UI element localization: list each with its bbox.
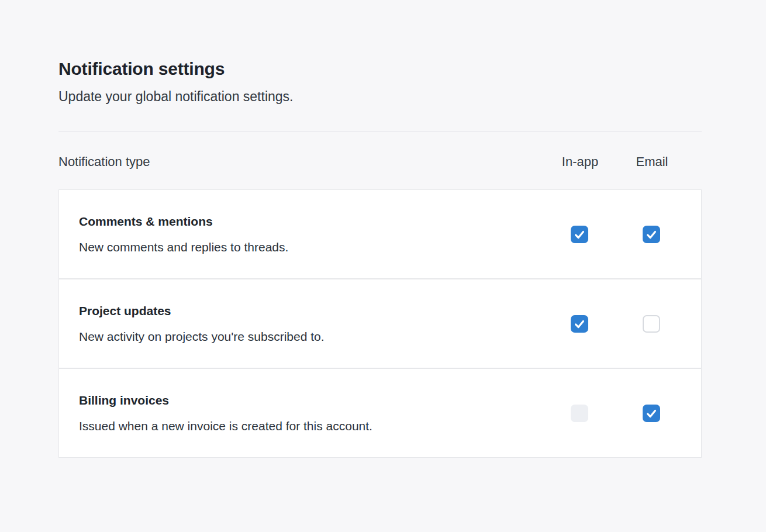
check-icon xyxy=(645,407,658,420)
table-row-billing-invoices: Billing invoices Issued when a new invoi… xyxy=(58,368,702,458)
column-header-notification-type: Notification type xyxy=(58,154,150,170)
divider xyxy=(58,131,702,132)
notification-settings-page: Notification settings Update your global… xyxy=(0,0,702,458)
row-description: Issued when a new invoice is created for… xyxy=(79,418,372,434)
in-app-checkbox xyxy=(571,405,588,422)
row-title: Project updates xyxy=(79,303,325,319)
row-title: Comments & mentions xyxy=(79,213,288,230)
check-icon xyxy=(645,228,658,241)
row-checkboxes xyxy=(558,315,673,333)
email-checkbox[interactable] xyxy=(643,315,660,333)
page-title: Notification settings xyxy=(58,58,702,80)
email-checkbox[interactable] xyxy=(643,405,660,422)
email-checkbox[interactable] xyxy=(643,226,660,243)
row-text: Project updates New activity on projects… xyxy=(79,303,325,345)
row-description: New activity on projects you're subscrib… xyxy=(79,329,325,345)
checkbox-column-headers: In-app Email xyxy=(558,154,674,170)
row-title: Billing invoices xyxy=(79,392,372,409)
column-header-email: Email xyxy=(630,154,674,170)
table-row-comments-mentions: Comments & mentions New comments and rep… xyxy=(58,189,702,279)
in-app-checkbox[interactable] xyxy=(571,226,588,243)
row-description: New comments and replies to threads. xyxy=(79,239,288,255)
in-app-checkbox[interactable] xyxy=(571,315,588,333)
page-subtitle: Update your global notification settings… xyxy=(58,88,702,105)
table-header: Notification type In-app Email xyxy=(58,154,702,170)
table-row-project-updates: Project updates New activity on projects… xyxy=(58,279,702,368)
row-checkboxes xyxy=(558,405,673,422)
row-checkboxes xyxy=(558,226,673,243)
check-icon xyxy=(573,317,586,330)
check-icon xyxy=(573,228,586,241)
row-text: Billing invoices Issued when a new invoi… xyxy=(79,392,372,434)
row-text: Comments & mentions New comments and rep… xyxy=(79,213,288,255)
column-header-in-app: In-app xyxy=(558,154,602,170)
notification-table: Comments & mentions New comments and rep… xyxy=(58,189,702,458)
